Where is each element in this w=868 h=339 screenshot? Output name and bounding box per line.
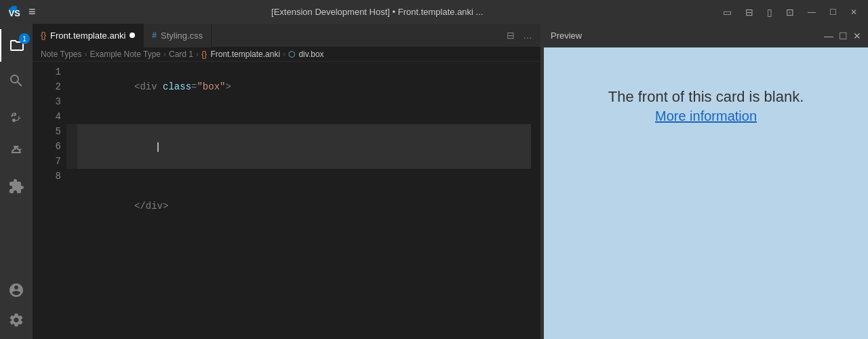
- breadcrumb-example-note-type[interactable]: Example Note Type: [90, 49, 161, 59]
- editor-area: {} Front.template.anki # Styling.css ⊟ ……: [33, 24, 540, 339]
- code-line-8: [77, 258, 531, 273]
- title-bar: VS ≡ [Extension Development Host] • Fron…: [0, 0, 868, 24]
- sidebar-item-extensions[interactable]: [0, 170, 33, 203]
- close-button[interactable]: ✕: [846, 7, 861, 17]
- sidebar-item-settings[interactable]: [0, 306, 33, 334]
- code-line-2: [77, 109, 531, 124]
- css-file-icon: #: [152, 31, 157, 40]
- sidebar-item-run[interactable]: [0, 135, 33, 167]
- scrollbar-area[interactable]: [531, 62, 540, 339]
- code-line-5: </div>: [77, 184, 531, 228]
- layout-single-icon[interactable]: ▭: [719, 5, 736, 19]
- sidebar-item-search[interactable]: [0, 64, 33, 97]
- more-actions-button[interactable]: …: [520, 27, 535, 43]
- code-editor[interactable]: <div class="box"> </div>: [66, 62, 531, 339]
- tab-styling-css[interactable]: # Styling.css: [144, 24, 212, 47]
- account-icon: [8, 282, 24, 298]
- code-line-7: [77, 243, 531, 258]
- sidebar-item-explorer[interactable]: 1: [0, 29, 33, 62]
- preview-more-info-link[interactable]: More information: [655, 108, 757, 124]
- minimize-button[interactable]: —: [804, 7, 820, 17]
- breadcrumb-front-template[interactable]: {} Front.template.anki: [201, 49, 280, 59]
- settings-icon: [8, 312, 24, 328]
- sidebar-item-source-control[interactable]: [0, 100, 33, 132]
- editor-content[interactable]: 1 2 3 4 5 6 7 8 <div class="box">: [33, 62, 540, 339]
- preview-restore-button[interactable]: ☐: [839, 31, 848, 41]
- activity-bar: 1: [0, 24, 33, 339]
- title-bar-left: VS ≡: [7, 5, 36, 20]
- tab-styling-label: Styling.css: [161, 31, 203, 41]
- sidebar-item-accounts[interactable]: [0, 277, 33, 304]
- tab-actions: ⊟ …: [504, 27, 540, 43]
- line-numbers: 1 2 3 4 5 6 7 8: [33, 62, 66, 339]
- code-line-3[interactable]: [77, 124, 531, 169]
- main-layout: 1: [0, 24, 868, 339]
- activity-bar-bottom: [0, 277, 33, 339]
- code-line-6: [77, 228, 531, 243]
- preview-panel: Preview — ☐ ✕ The front of this card is …: [544, 24, 868, 339]
- layout-split-icon[interactable]: ▯: [763, 5, 776, 19]
- preview-close-button[interactable]: ✕: [853, 31, 861, 41]
- title-bar-title: [Extension Development Host] • Front.tem…: [43, 7, 712, 17]
- breadcrumb-card-1[interactable]: Card 1: [169, 49, 193, 59]
- explorer-badge: 1: [19, 33, 30, 44]
- preview-title-bar: Preview — ☐ ✕: [544, 24, 868, 47]
- extensions-icon: [8, 178, 24, 195]
- preview-blank-message: The front of this card is blank.: [608, 88, 804, 106]
- curly-brace-icon: {}: [201, 49, 207, 59]
- code-line-4: [77, 169, 531, 184]
- layout-grid-icon[interactable]: ⊟: [741, 5, 757, 19]
- tab-front-template-label: Front.template.anki: [50, 31, 125, 41]
- run-debug-icon: [8, 143, 24, 159]
- vscode-logo-icon: VS: [7, 5, 22, 20]
- title-bar-controls: ▭ ⊟ ▯ ⊡ — ☐ ✕: [719, 5, 861, 19]
- layout-custom-icon[interactable]: ⊡: [782, 5, 798, 19]
- anki-file-icon: {}: [41, 31, 46, 40]
- svg-text:VS: VS: [9, 7, 21, 18]
- restore-button[interactable]: ☐: [825, 7, 841, 17]
- source-control-icon: [8, 108, 24, 124]
- code-line-1: <div class="box">: [77, 64, 531, 109]
- tab-bar: {} Front.template.anki # Styling.css ⊟ …: [33, 24, 540, 47]
- preview-content: The front of this card is blank. More in…: [544, 47, 868, 339]
- preview-title-label: Preview: [551, 31, 582, 41]
- tab-modified-indicator: [130, 33, 135, 38]
- tab-front-template[interactable]: {} Front.template.anki: [33, 24, 144, 47]
- breadcrumb-div-box[interactable]: ⬡ div.box: [288, 49, 323, 59]
- box-icon: ⬡: [288, 49, 295, 59]
- preview-title-bar-controls: — ☐ ✕: [824, 31, 861, 41]
- breadcrumb: Note Types › Example Note Type › Card 1 …: [33, 47, 540, 62]
- text-cursor: [157, 142, 159, 152]
- search-icon: [8, 73, 24, 89]
- breadcrumb-note-types[interactable]: Note Types: [41, 49, 81, 59]
- preview-minimize-button[interactable]: —: [824, 31, 833, 41]
- hamburger-icon[interactable]: ≡: [28, 5, 36, 19]
- split-editor-button[interactable]: ⊟: [504, 27, 517, 43]
